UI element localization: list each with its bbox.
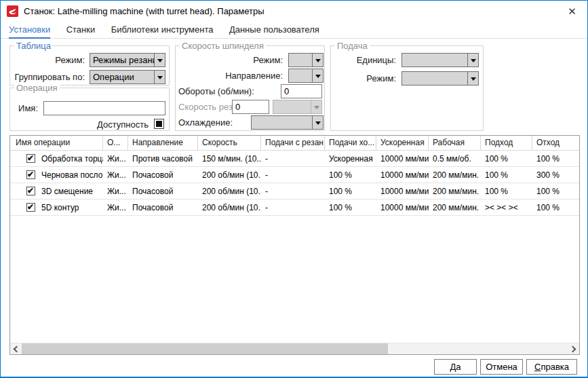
group-operation-label: Операция [14, 83, 60, 93]
scroll-left-arrow-icon[interactable] [10, 343, 22, 354]
scroll-right-arrow-icon[interactable] [568, 343, 579, 354]
tab-user-data[interactable]: Данные пользователя [229, 22, 319, 38]
table-cell: 200 об/мин (10... [198, 200, 261, 215]
table-mode-combobox[interactable]: Режимы резания [90, 53, 165, 67]
column-header-working: Рабочая [429, 136, 481, 150]
operation-name-input[interactable] [43, 101, 165, 115]
group-feed-label: Подача [335, 41, 370, 51]
coolant-combobox[interactable] [251, 115, 324, 130]
table-row[interactable]: Обработка торца Жи... Против часовой 150… [10, 151, 579, 167]
group-spindle-label: Скорость шпинделя [180, 41, 266, 51]
table-row[interactable]: 3D смещение Жи... Почасовой 200 об/мин (… [10, 183, 579, 200]
table-cell: 200 мм/мин. [429, 200, 481, 215]
ok-button[interactable]: Да [434, 359, 477, 375]
machine-parameters-dialog: Станок: Lathe-milling machine (with turr… [0, 0, 588, 378]
table-cell: 100 % [325, 183, 376, 199]
chevron-down-icon [467, 72, 478, 85]
feed-units-combobox[interactable] [401, 53, 479, 67]
cut-speed-input[interactable] [232, 100, 269, 114]
chevron-down-icon [467, 54, 478, 67]
column-header-direction: Направление [128, 136, 198, 150]
horizontal-scrollbar[interactable] [10, 343, 579, 354]
spindle-mode-label: Режим: [253, 53, 283, 67]
table-cell: 10000 мм/мин. [376, 151, 429, 166]
coolant-label: Охлаждение: [178, 115, 233, 130]
table-cell: 300 % [532, 167, 579, 183]
column-header-rapid: Ускоренная [376, 136, 429, 150]
table-row[interactable]: 5D контур Жи... Почасовой 200 об/мин (10… [10, 200, 579, 216]
table-cell: 100 % [532, 183, 579, 199]
chevron-down-icon [312, 54, 323, 67]
rpm-input[interactable] [281, 84, 322, 98]
row-checkbox[interactable] [26, 203, 35, 212]
table-cell: Жи... [103, 151, 128, 166]
row-checkbox[interactable] [26, 154, 35, 163]
grid-header: Имя операции О... Направление Скорость П… [10, 136, 579, 151]
group-spindle-speed: Скорость шпинделя Режим: Направление: Об… [175, 45, 325, 131]
table-cell: Черновая посло... [10, 167, 103, 183]
group-by-label: Группировать по: [14, 70, 85, 84]
table-cell: 200 мм/мин. [429, 167, 481, 183]
window-title: Станок: Lathe-milling machine (with turr… [24, 6, 264, 16]
row-checkbox[interactable] [26, 170, 35, 179]
cancel-button[interactable]: Отмена [480, 359, 523, 375]
units-label: Единицы: [357, 53, 396, 67]
direction-combobox[interactable] [288, 69, 324, 83]
table-cell: 200 мм/мин. [429, 183, 481, 199]
group-by-combobox[interactable]: Операции [90, 70, 165, 84]
group-feed: Подача Единицы: Режим: [330, 45, 484, 131]
table-cell: Обработка торца [10, 151, 103, 166]
table-cell: - [261, 167, 325, 183]
table-cell: 100 % [532, 151, 579, 166]
availability-label: Доступность [97, 117, 149, 132]
group-table-label: Таблица [14, 41, 53, 51]
name-label: Имя: [18, 101, 38, 115]
spindle-mode-combobox[interactable] [288, 53, 324, 67]
titlebar: Станок: Lathe-milling machine (with turr… [1, 1, 587, 22]
mode-label: Режим: [55, 53, 85, 67]
table-cell: 10000 мм/мин. [376, 200, 429, 215]
tab-stanki[interactable]: Станки [66, 22, 96, 38]
tab-tool-libraries[interactable]: Библиотеки инструмента [111, 22, 214, 38]
chevron-down-icon [154, 71, 165, 83]
table-cell: Жи... [103, 167, 128, 183]
feed-mode-combobox[interactable] [401, 71, 479, 86]
table-cell: 0.5 мм/об. [429, 151, 481, 166]
cut-speed-units-combobox [273, 100, 322, 114]
direction-label: Направление: [225, 69, 283, 83]
column-header-speed: Скорость [198, 136, 261, 150]
table-cell: 3D смещение [10, 183, 103, 199]
table-cell: Против часовой [128, 151, 198, 166]
close-button[interactable]: ✕ [557, 1, 587, 22]
table-cell: Жи... [103, 200, 128, 215]
table-cell: 200 об/мин (10... [198, 183, 261, 199]
scrollbar-thumb[interactable] [22, 343, 388, 354]
table-cell: 5D контур [10, 200, 103, 215]
chevron-down-icon [312, 116, 323, 129]
table-cell: 200 об/мин (10... [198, 167, 261, 183]
table-cell: 100 % [481, 151, 532, 166]
row-checkbox[interactable] [26, 187, 35, 195]
help-button[interactable]: Справка [526, 359, 577, 375]
table-cell: 100 % [481, 183, 532, 199]
table-row[interactable]: Черновая посло... Жи... Почасовой 200 об… [10, 167, 579, 183]
chevron-down-icon [154, 54, 165, 67]
tab-bar: Установки Станки Библиотеки инструмента … [1, 22, 587, 39]
feed-mode-label: Режим: [366, 71, 396, 86]
column-header-cut-feeds: Подачи с резан... [261, 136, 325, 150]
chevron-down-icon [311, 100, 321, 113]
availability-checkbox[interactable] [154, 119, 164, 129]
column-header-retract: Отход [532, 136, 579, 150]
column-header-o: О... [103, 136, 128, 150]
table-cell: 10000 мм/мин. [376, 183, 429, 199]
table-cell: Жи... [103, 183, 128, 199]
table-cell: 100 % [532, 200, 579, 215]
column-header-approach: Подход [481, 136, 532, 150]
table-cell: 10000 мм/мин. [376, 167, 429, 183]
table-cell: - [261, 183, 325, 199]
table-cell: Ускоренная [325, 151, 376, 166]
group-operation: Операция Имя: Доступность [9, 88, 170, 131]
table-cell: 100 % [481, 167, 532, 183]
tab-ustanovki[interactable]: Установки [9, 22, 50, 38]
table-cell: Почасовой [128, 167, 198, 183]
